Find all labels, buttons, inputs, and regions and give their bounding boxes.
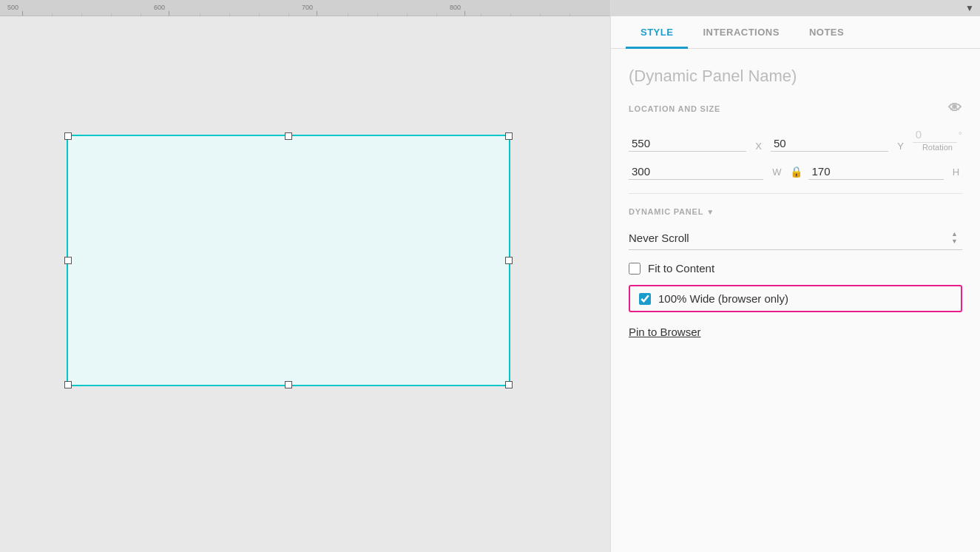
tab-style[interactable]: STYLE [626,16,688,49]
w-label: W [769,166,784,178]
canvas-content [0,16,610,552]
dynamic-panel-arrow[interactable]: ▼ [706,208,714,216]
dynamic-panel-section: DYNAMIC PANEL ▼ Never Scroll ▲ ▼ Fit to … [629,207,962,339]
wide-label: 100% Wide (browser only) [658,292,788,305]
rotation-input[interactable] [913,127,957,143]
handle-top-middle[interactable] [285,132,292,140]
tab-notes[interactable]: NOTES [794,16,859,49]
h-input[interactable] [808,164,943,180]
fit-to-content-row: Fit to Content [629,262,962,275]
ruler: 500 600 700 800 [0,0,610,16]
y-label: Y [894,141,907,152]
dynamic-panel-header: DYNAMIC PANEL ▼ [629,207,962,216]
fit-to-content-checkbox[interactable] [629,263,641,275]
rotation-label: Rotation [922,143,953,152]
handle-middle-right[interactable] [505,257,513,264]
dynamic-panel-label: DYNAMIC PANEL [629,207,703,216]
degree-symbol: ° [959,129,962,141]
location-size-label: LOCATION AND SIZE [629,104,720,113]
panel-body: (Dynamic Panel Name) LOCATION AND SIZE 👁… [611,49,980,552]
scroll-dropdown-value: Never Scroll [629,232,689,244]
tabs-container: STYLE INTERACTIONS NOTES [611,16,980,49]
component-name: (Dynamic Panel Name) [629,67,962,86]
topbar-dropdown-arrow[interactable]: ▼ [965,3,974,13]
right-panel: ▼ STYLE INTERACTIONS NOTES (Dynamic Pane… [610,0,980,552]
x-input[interactable] [629,135,746,152]
visibility-icon[interactable]: 👁 [948,101,962,116]
handle-bottom-right[interactable] [505,381,513,388]
handle-bottom-middle[interactable] [285,381,292,388]
ruler-700: 700 [302,4,313,11]
handle-top-right[interactable] [505,132,513,140]
panel-topbar: ▼ [611,0,980,16]
y-input[interactable] [771,135,888,152]
handle-top-left[interactable] [64,132,72,140]
fit-to-content-label: Fit to Content [648,262,714,275]
location-size-header: LOCATION AND SIZE 👁 [629,101,962,116]
pin-to-browser-link[interactable]: Pin to Browser [629,326,701,338]
scroll-dropdown[interactable]: Never Scroll ▲ ▼ [629,226,962,250]
x-label: X [752,141,765,152]
ruler-500: 500 [7,4,18,11]
w-input[interactable] [629,164,763,180]
lock-icon[interactable]: 🔒 [790,166,802,178]
wide-row-highlighted: 100% Wide (browser only) [629,285,962,312]
handle-bottom-left[interactable] [64,381,72,388]
canvas-area: 500 600 700 800 [0,0,610,552]
tab-interactions[interactable]: INTERACTIONS [688,16,794,49]
h-label: H [950,166,962,178]
section-divider-1 [629,193,962,194]
ruler-800: 800 [450,4,461,11]
handle-middle-left[interactable] [64,257,72,264]
pin-to-browser-row: Pin to Browser [629,323,962,339]
ruler-600: 600 [154,4,165,11]
scroll-dropdown-arrows: ▲ ▼ [951,231,958,245]
wide-checkbox[interactable] [639,293,651,305]
dynamic-panel-element[interactable] [67,135,510,386]
